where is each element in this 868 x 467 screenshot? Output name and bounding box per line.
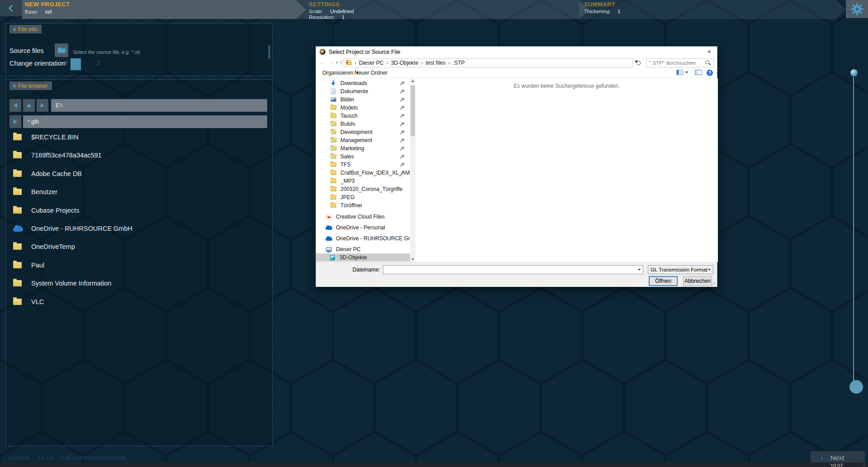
file-row[interactable]: Paul [13,261,44,270]
zoom-slider-track [853,77,854,383]
nav-up-icon[interactable]: ↑ [340,59,343,66]
onedrive-cloud-icon [13,227,23,232]
open-file-dialog: Select Project or Source File × ← → ↑ › … [316,46,717,286]
dialog-titlebar[interactable]: Select Project or Source File × [316,47,717,57]
help-button[interactable] [707,70,713,76]
filter-input[interactable]: *.glb [23,115,267,128]
file-row[interactable]: Cubase Projects [13,206,79,215]
sidebar-item-tueroeffner[interactable]: Türöffner [316,201,410,210]
pin-icon [399,130,404,134]
resize-grip[interactable] [711,281,716,286]
sidebar-item-mp3[interactable]: _MP3 [316,177,410,185]
sidebar-scrollbar[interactable] [410,78,415,262]
wizard-step-new-project[interactable]: NEW PROJECT Base: tall [22,0,306,19]
sidebar-item-dokumente[interactable]: Dokumente [316,87,410,95]
sidebar-item-dieser-pc[interactable]: Dieser PC [316,245,410,253]
settings-gear-button[interactable] [846,0,868,18]
view-caret-icon [685,71,688,73]
app-back-button[interactable] [0,0,22,16]
breadcrumb-bar[interactable]: › Dieser PC › 3D-Objekte › test files › … [344,58,632,67]
toggle-active-half [71,58,81,70]
file-info-section-button[interactable]: File info [9,25,42,33]
nav-forward-icon[interactable]: → [328,59,334,66]
sidebar-item-sales[interactable]: Sales [316,152,410,161]
dialog-footer: Dateiname: GL Transmission Format (*.glt… [316,262,717,287]
breadcrumb-item[interactable]: .STP [453,60,465,66]
preview-pane-button[interactable] [695,70,702,75]
breadcrumb-item[interactable]: test files [425,60,445,66]
sidebar-item-bilder[interactable]: Bilder [316,95,410,104]
sidebar-item-development[interactable]: Development [316,128,410,136]
scrollbar-thumb[interactable] [410,86,415,136]
sidebar-item-crafbot[interactable]: CrafBot_Flow_IDEX_XL_AME [316,169,410,177]
nav-back-icon[interactable]: ← [320,59,326,66]
empty-results-message: Es wurden keine Suchergebnisse gefunden. [415,83,718,89]
refresh-icon[interactable] [636,61,641,65]
copyright-text: © 2015-2020 RUHRSOURCE [61,455,127,461]
sidebar-item-corona-tuergriffe[interactable]: 200320_Corona_Türgriffe [316,185,410,193]
file-browser-section-button[interactable]: File browser [9,81,52,90]
view-mode-button[interactable] [676,70,688,75]
wizard-step-summary[interactable]: SUMMARY Thickening: 1 [579,0,846,19]
browser-up-button[interactable] [23,99,35,112]
wizard-step-settings[interactable]: SETTINGS Scale: Undefined Resolution: 1 [296,0,589,19]
sidebar-item-onedrive-ruhrsource[interactable]: OneDrive - RUHRSOURCE GmbH [316,234,410,243]
cancel-button[interactable]: Abbrechen [683,276,712,286]
file-row[interactable]: 7169f53ce478a34ac591 [13,151,102,160]
pin-icon [399,97,404,102]
sidebar-item-models[interactable]: Models [316,104,410,112]
sidebar-item-tfs[interactable]: TFS [316,161,410,169]
file-list-pane[interactable]: Es wurden keine Suchergebnisse gefunden. [415,78,718,262]
sidebar-item-3d-objekte[interactable]: 3D-Objekte [316,253,410,262]
organize-menu-button[interactable]: Organisieren [322,70,359,76]
sidebar-item-downloads[interactable]: Downloads [316,79,410,87]
file-row[interactable]: Adobe Cache DB [13,169,82,178]
address-dropdown-caret-icon[interactable] [346,62,349,64]
sidebar-item-management[interactable]: Management [316,136,410,144]
apply-filter-button[interactable] [9,115,21,128]
file-row[interactable]: $RECYCLE.BIN [13,133,79,142]
file-name: 7169f53ce478a34ac591 [31,152,102,159]
close-icon[interactable]: × [705,48,713,56]
sidebar-item-marketing[interactable]: Marketing [316,144,410,152]
orientation-toggle[interactable] [71,58,91,70]
collapse-triangle-icon [13,28,15,31]
source-files-label: Source files [9,47,44,54]
filetype-dropdown-caret-icon [708,269,711,271]
open-button[interactable]: Öffnen [649,276,678,286]
browser-back-button[interactable] [9,99,21,112]
browse-source-button[interactable] [55,43,68,57]
folder-sync-icon [330,130,336,134]
search-input[interactable]: ".STP" durchsuchen [646,58,714,67]
folder-icon [13,207,22,214]
file-name: Paul [31,262,44,269]
file-row[interactable]: OneDriveTemp [13,242,75,251]
file-row[interactable]: Benutzer [13,187,57,196]
panel-scrollbar[interactable] [269,45,270,59]
breadcrumb-item[interactable]: Dieser PC [359,60,384,66]
sidebar-item-jpeg[interactable]: JPEG [316,193,410,201]
crumb-separator: › [448,60,450,66]
file-row[interactable]: VLC [13,297,44,306]
pin-icon [399,146,404,151]
sidebar-item-tausch[interactable]: Tausch [316,112,410,120]
path-input[interactable]: E:\ [51,99,267,112]
sidebar-item-builds[interactable]: Builds [316,120,410,128]
breadcrumb-item[interactable]: 3D-Objekte [391,60,419,66]
file-row[interactable]: OneDrive - RUHRSOURCE GmbH [13,224,132,233]
nav-history-caret-icon[interactable] [335,62,338,64]
sidebar-item-onedrive-personal[interactable]: OneDrive - Personal [316,224,410,232]
new-folder-button[interactable]: Neuer Ordner [354,70,387,76]
step-line-label: Scale: [309,9,323,14]
browser-forward-button[interactable] [37,99,48,112]
file-row[interactable]: System Volume Information [13,279,111,288]
folder-icon [13,262,22,268]
dialog-toolbar: Organisieren Neuer Ordner [316,68,717,78]
file-name: Adobe Cache DB [31,170,82,177]
pin-icon [399,154,404,159]
zoom-slider-handle[interactable] [849,380,863,394]
sidebar-item-creative-cloud[interactable]: Creative Cloud Files [316,213,410,221]
filetype-select[interactable]: GL Transmission Format (*.gltf; [648,265,713,274]
next-chevron-icon: › [821,453,823,462]
filename-input[interactable] [383,265,643,274]
